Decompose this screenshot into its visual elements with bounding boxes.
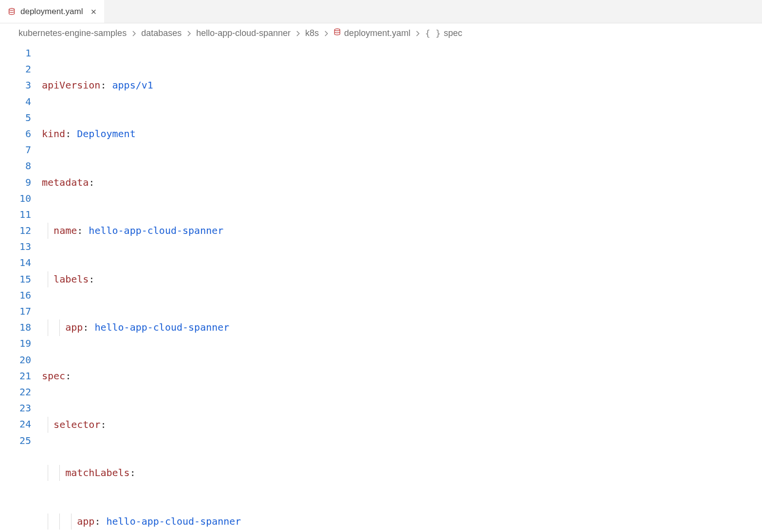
database-icon [8, 8, 16, 16]
line-number: 21 [6, 368, 31, 384]
line-number: 15 [6, 271, 31, 287]
svg-point-1 [335, 29, 340, 31]
breadcrumb-item[interactable]: hello-app-cloud-spanner [196, 28, 290, 38]
line-number: 4 [6, 94, 31, 110]
svg-point-0 [9, 8, 15, 10]
line-number: 8 [6, 158, 31, 174]
line-number: 25 [6, 433, 31, 449]
line-number: 12 [6, 223, 31, 239]
line-number: 1 [6, 45, 31, 61]
code-line[interactable]: labels: [42, 271, 762, 287]
breadcrumb-item[interactable]: deployment.yaml [333, 28, 410, 38]
line-number: 13 [6, 239, 31, 255]
code-line[interactable]: apiVersion: apps/v1 [42, 77, 762, 93]
line-number: 11 [6, 207, 31, 223]
line-number: 3 [6, 77, 31, 93]
code-line[interactable]: kind: Deployment [42, 126, 762, 142]
breadcrumb-item[interactable]: databases [141, 28, 181, 38]
line-number: 10 [6, 191, 31, 207]
breadcrumb-item[interactable]: kubernetes-engine-samples [18, 28, 127, 38]
tab-bar: deployment.yaml × [0, 0, 762, 23]
editor[interactable]: 1 2 3 4 5 6 7 8 9 10 11 12 13 14 15 16 1… [0, 43, 762, 532]
line-number: 6 [6, 126, 31, 142]
chevron-right-icon [295, 31, 300, 36]
line-number: 14 [6, 255, 31, 271]
line-number: 2 [6, 61, 31, 77]
code-line[interactable]: name: hello-app-cloud-spanner [42, 223, 762, 239]
chevron-right-icon [186, 31, 191, 36]
code-line[interactable]: matchLabels: [42, 465, 762, 481]
code-line[interactable]: spec: [42, 368, 762, 384]
breadcrumb-item[interactable]: k8s [305, 28, 319, 38]
line-number: 23 [6, 400, 31, 416]
database-icon [333, 28, 341, 38]
tab-label: deployment.yaml [20, 7, 83, 17]
chevron-right-icon [131, 31, 136, 36]
tab-active[interactable]: deployment.yaml × [0, 0, 104, 23]
code-area[interactable]: apiVersion: apps/v1 kind: Deployment met… [42, 45, 762, 532]
line-number: 17 [6, 303, 31, 319]
line-number: 16 [6, 287, 31, 303]
chevron-right-icon [324, 31, 328, 36]
code-line[interactable]: app: hello-app-cloud-spanner [42, 319, 762, 336]
chevron-right-icon [415, 31, 420, 36]
line-number: 22 [6, 384, 31, 400]
braces-icon: { } [425, 28, 441, 38]
line-number: 5 [6, 110, 31, 126]
line-number: 20 [6, 352, 31, 368]
line-number: 19 [6, 336, 31, 352]
breadcrumb: kubernetes-engine-samples databases hell… [0, 23, 762, 43]
line-number: 9 [6, 175, 31, 191]
line-number-gutter: 1 2 3 4 5 6 7 8 9 10 11 12 13 14 15 16 1… [0, 45, 42, 532]
line-number: 18 [6, 319, 31, 336]
code-line[interactable]: metadata: [42, 175, 762, 191]
line-number: 24 [6, 416, 31, 432]
code-line[interactable]: app: hello-app-cloud-spanner [42, 514, 762, 530]
breadcrumb-item[interactable]: { } spec [425, 28, 462, 38]
close-icon[interactable]: × [91, 7, 97, 17]
code-line[interactable]: selector: [42, 417, 762, 433]
line-number: 7 [6, 142, 31, 158]
